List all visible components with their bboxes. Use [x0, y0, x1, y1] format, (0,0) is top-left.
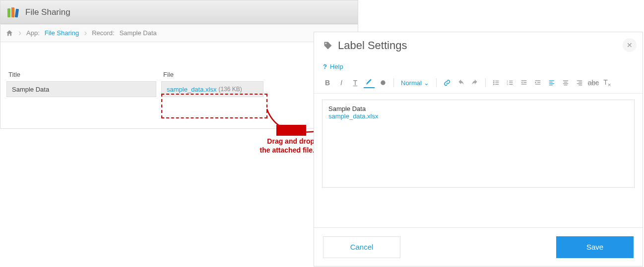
- align-right-button[interactable]: [574, 77, 585, 88]
- bg-color-button[interactable]: [378, 77, 388, 88]
- svg-rect-33: [577, 83, 582, 84]
- title-value: Sample Data: [12, 86, 49, 93]
- field-label-title: Title: [8, 71, 163, 78]
- attached-file-size: (136 KB): [218, 86, 242, 93]
- annotation-marker: [276, 125, 306, 136]
- svg-rect-22: [535, 84, 541, 84]
- editor-file-link[interactable]: sample_data.xlsx: [328, 112, 628, 120]
- editor-toolbar: B I T Normal ⌄ 123 abc T×: [314, 74, 643, 94]
- breadcrumb-app-link[interactable]: File Sharing: [45, 29, 79, 37]
- help-link[interactable]: ? Help: [314, 59, 643, 74]
- font-size-dropdown[interactable]: Normal ⌄: [399, 79, 431, 87]
- svg-point-5: [493, 80, 494, 81]
- svg-rect-32: [579, 82, 582, 82]
- svg-rect-6: [495, 81, 499, 81]
- breadcrumb-record-name: Sample Data: [120, 29, 157, 37]
- svg-point-4: [381, 80, 385, 85]
- cancel-button[interactable]: Cancel: [323, 236, 400, 258]
- align-center-button[interactable]: [560, 77, 571, 88]
- chevron-down-icon: ⌄: [424, 79, 429, 87]
- save-button[interactable]: Save: [556, 236, 634, 258]
- close-icon: ✕: [627, 41, 633, 49]
- svg-rect-11: [509, 81, 513, 81]
- chevron-right-icon: ›: [84, 28, 87, 38]
- breadcrumb-app-prefix: App:: [26, 29, 40, 37]
- app-titlebar: File Sharing: [0, 0, 358, 24]
- dialog-header: Label Settings ✕: [314, 32, 643, 59]
- app-title: File Sharing: [25, 7, 70, 17]
- svg-point-7: [493, 82, 494, 83]
- svg-rect-18: [523, 82, 526, 83]
- ul-button[interactable]: [491, 77, 502, 88]
- rich-text-editor[interactable]: Sample Data sample_data.xlsx: [322, 100, 635, 188]
- svg-text:3: 3: [507, 84, 508, 86]
- svg-rect-29: [563, 83, 569, 84]
- svg-rect-0: [7, 8, 10, 17]
- chevron-right-icon: ›: [18, 28, 21, 38]
- svg-rect-25: [549, 83, 555, 84]
- undo-button[interactable]: [455, 77, 466, 88]
- source-app-window: File Sharing › App: File Sharing › Recor…: [0, 0, 358, 129]
- svg-rect-19: [521, 84, 527, 84]
- editor-line-1: Sample Data: [328, 105, 628, 112]
- dialog-title: Label Settings: [338, 39, 407, 52]
- indent-button[interactable]: [532, 77, 543, 88]
- field-label-file: File: [163, 71, 174, 78]
- ol-button[interactable]: 123: [505, 77, 515, 88]
- file-value-box[interactable]: sample_data.xlsx (136 KB): [161, 81, 263, 97]
- text-color-button[interactable]: [364, 77, 375, 88]
- svg-rect-12: [509, 82, 513, 83]
- annotation-caption: Drag and drop the attached file.: [228, 137, 315, 155]
- svg-rect-20: [535, 80, 541, 81]
- close-button[interactable]: ✕: [623, 38, 637, 52]
- home-icon[interactable]: [5, 29, 13, 37]
- svg-point-9: [493, 84, 494, 85]
- svg-rect-31: [577, 80, 582, 81]
- svg-rect-21: [537, 82, 540, 83]
- tag-icon: [323, 41, 333, 51]
- breadcrumb: › App: File Sharing › Record: Sample Dat…: [0, 24, 358, 42]
- link-button[interactable]: [442, 77, 452, 88]
- breadcrumb-record-prefix: Record:: [92, 29, 115, 37]
- svg-rect-24: [549, 82, 553, 82]
- attached-file-link[interactable]: sample_data.xlsx: [167, 86, 216, 93]
- svg-rect-1: [11, 7, 14, 17]
- dialog-footer: Cancel Save: [314, 227, 643, 266]
- help-label: Help: [330, 63, 343, 70]
- underline-button[interactable]: T: [350, 77, 361, 88]
- record-form: Title File Sample Data sample_data.xlsx …: [0, 42, 358, 104]
- align-left-button[interactable]: [546, 77, 557, 88]
- italic-button[interactable]: I: [336, 77, 347, 88]
- svg-rect-17: [521, 80, 527, 81]
- bold-button[interactable]: B: [322, 77, 333, 88]
- svg-rect-28: [564, 82, 567, 82]
- svg-rect-23: [549, 80, 555, 81]
- svg-rect-34: [579, 85, 582, 85]
- title-value-box: Sample Data: [6, 81, 156, 97]
- outdent-button[interactable]: [518, 77, 529, 88]
- svg-rect-30: [564, 85, 567, 85]
- svg-rect-2: [15, 8, 19, 17]
- svg-rect-27: [563, 80, 569, 81]
- svg-rect-10: [495, 84, 499, 85]
- svg-rect-13: [509, 84, 513, 85]
- help-icon: ?: [323, 63, 327, 70]
- strikethrough-button[interactable]: abc: [588, 77, 599, 88]
- svg-point-3: [325, 43, 327, 45]
- redo-button[interactable]: [469, 77, 480, 88]
- app-logo-icon: [6, 5, 20, 19]
- svg-rect-26: [549, 85, 553, 85]
- label-settings-dialog: Label Settings ✕ ? Help B I T Normal ⌄: [314, 32, 643, 267]
- clear-format-button[interactable]: T×: [602, 77, 613, 88]
- svg-rect-8: [495, 82, 499, 83]
